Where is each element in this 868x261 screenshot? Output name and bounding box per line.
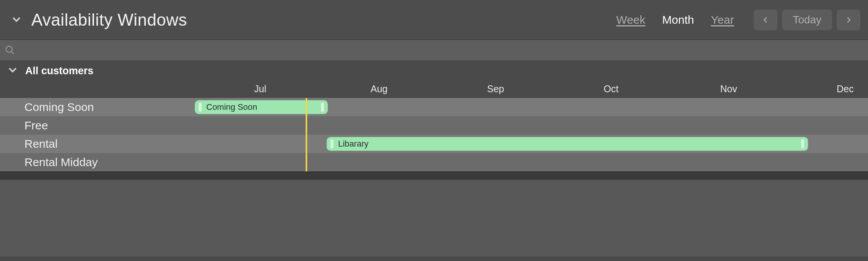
month-label: Aug: [371, 83, 387, 95]
row-label: Free: [0, 119, 168, 132]
row-label: Coming Soon: [0, 101, 168, 114]
month-label: Sep: [487, 83, 504, 95]
tab-week[interactable]: Week: [616, 14, 645, 26]
month-label: Dec: [837, 83, 853, 95]
search-icon: [5, 45, 15, 55]
svg-point-0: [6, 46, 12, 52]
prev-button[interactable]: [754, 10, 777, 30]
chevron-down-icon: [7, 64, 18, 75]
page-title: Availability Windows: [31, 10, 187, 29]
row-label: Rental Midday: [0, 156, 168, 169]
event-label: Libarary: [338, 139, 368, 149]
tab-month[interactable]: Month: [662, 14, 694, 26]
month-label: Nov: [720, 83, 737, 95]
view-tabs: Week Month Year: [616, 14, 734, 26]
search-bar: [0, 40, 868, 60]
group-header[interactable]: All customers: [0, 60, 868, 81]
svg-line-1: [11, 52, 14, 54]
today-button[interactable]: Today: [782, 10, 832, 30]
event-resize-handle-left[interactable]: [330, 139, 334, 148]
group-toggle[interactable]: [7, 64, 18, 78]
chevron-left-icon: [761, 16, 770, 24]
search-input[interactable]: [19, 45, 863, 55]
event-resize-handle-right[interactable]: [321, 103, 324, 112]
tab-year[interactable]: Year: [711, 14, 734, 26]
today-button-label: Today: [793, 14, 821, 26]
group-title: All customers: [25, 65, 94, 77]
header-bar: Availability Windows Week Month Year Tod…: [0, 0, 868, 40]
chevron-right-icon: [844, 16, 853, 24]
current-time-line: [306, 98, 307, 171]
month-label: Oct: [604, 83, 619, 95]
event-resize-handle-right[interactable]: [801, 139, 804, 148]
empty-area: [0, 180, 868, 256]
timeline-event[interactable]: Coming Soon: [195, 100, 328, 114]
timeline-ruler: JulAugSepOctNovDec: [0, 81, 868, 98]
timeline: JulAugSepOctNovDec Coming SoonComing Soo…: [0, 81, 868, 171]
timeline-row: RentalLibarary: [0, 135, 868, 153]
month-label: Jul: [254, 83, 266, 95]
event-label: Coming Soon: [206, 102, 257, 112]
timeline-row: Coming SoonComing Soon: [0, 98, 868, 116]
event-resize-handle-left[interactable]: [199, 103, 202, 112]
timeline-event[interactable]: Libarary: [327, 137, 808, 151]
chevron-down-icon: [11, 13, 22, 25]
row-label: Rental: [0, 137, 168, 150]
timeline-row: Rental Midday: [0, 153, 868, 171]
timeline-row: Free: [0, 116, 868, 135]
next-button[interactable]: [837, 10, 860, 30]
collapse-panel-toggle[interactable]: [11, 13, 22, 26]
scroll-gutter[interactable]: [0, 171, 868, 180]
